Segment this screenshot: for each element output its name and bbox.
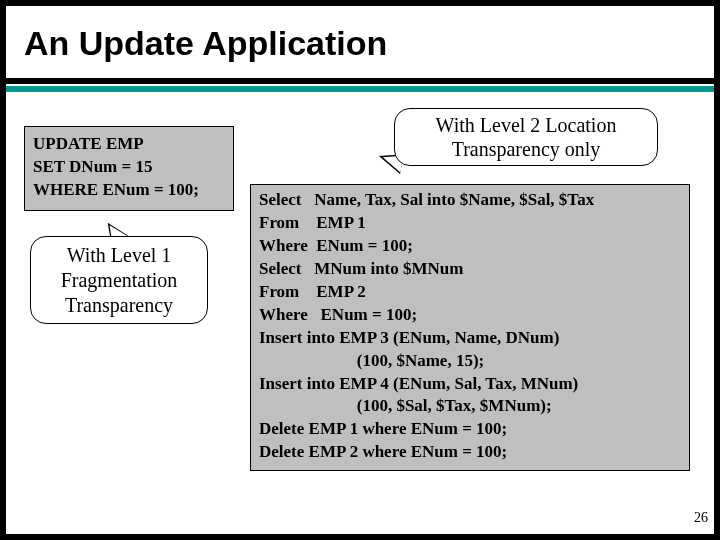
code-box-level1: UPDATE EMP SET DNum = 15 WHERE ENum = 10… [24,126,234,211]
code-box-level2: Select Name, Tax, Sal into $Name, $Sal, … [250,184,690,471]
page-number: 26 [694,510,708,526]
divider-dark [6,78,714,84]
divider-teal [6,86,714,92]
callout-level2: With Level 2 Location Transparency only [394,108,658,166]
callout-level1: With Level 1 Fragmentation Transparency [30,236,208,324]
callout-level1-text: With Level 1 Fragmentation Transparency [61,243,178,318]
slide: An Update Application UPDATE EMP SET DNu… [6,6,714,534]
slide-title: An Update Application [24,24,387,63]
callout-level2-text: With Level 2 Location Transparency only [436,113,617,161]
